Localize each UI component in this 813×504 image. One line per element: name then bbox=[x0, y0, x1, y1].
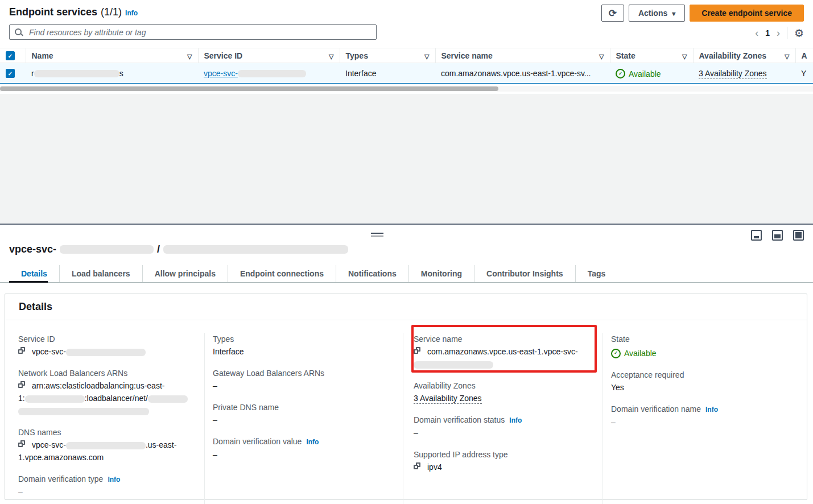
field-domain-verification-status: Domain verification status Info – bbox=[414, 414, 602, 439]
sort-filter-icon[interactable] bbox=[187, 51, 192, 60]
page-title: Endpoint services bbox=[9, 6, 97, 18]
select-all-checkbox[interactable] bbox=[6, 51, 15, 60]
field-label: State bbox=[611, 333, 790, 345]
cell-state: Available bbox=[610, 63, 693, 84]
field-value: ipv4 bbox=[414, 461, 593, 473]
field-value: Interface bbox=[213, 345, 394, 358]
copy-icon[interactable] bbox=[18, 381, 27, 390]
pagination: ‹ 1 › bbox=[755, 26, 804, 40]
sort-filter-icon[interactable] bbox=[424, 51, 429, 60]
field-domain-verification-type: Domain verification type Info – bbox=[18, 473, 204, 498]
redacted-text bbox=[60, 245, 154, 254]
info-link[interactable]: Info bbox=[509, 414, 522, 427]
tab-monitoring[interactable]: Monitoring bbox=[408, 265, 474, 282]
field-service-id: Service ID vpce-svc- bbox=[18, 333, 204, 358]
search-box[interactable] bbox=[9, 24, 377, 40]
scrollbar-thumb[interactable] bbox=[0, 86, 498, 91]
supported-ip-value: ipv4 bbox=[427, 462, 442, 472]
redacted-text bbox=[34, 70, 119, 77]
current-page-number[interactable]: 1 bbox=[765, 28, 770, 38]
search-input[interactable] bbox=[28, 27, 372, 38]
details-heading: Details bbox=[19, 301, 52, 313]
field-domain-verification-value: Domain verification value Info – bbox=[213, 435, 403, 461]
row-checkbox[interactable] bbox=[6, 69, 15, 78]
tab-details[interactable]: Details bbox=[9, 265, 59, 282]
dns-name-prefix: vpce-svc- bbox=[32, 440, 66, 449]
service-id-link[interactable]: vpce-svc- bbox=[204, 69, 306, 78]
field-types: Types Interface bbox=[213, 333, 403, 358]
field-label: Supported IP address type bbox=[414, 448, 593, 461]
actions-button[interactable]: Actions bbox=[629, 5, 685, 22]
availability-zones-popover-link[interactable]: 3 Availability Zones bbox=[699, 69, 767, 79]
refresh-icon bbox=[609, 7, 617, 19]
copy-icon[interactable] bbox=[414, 462, 422, 471]
endpoint-services-page: Endpoint services (1/1) Info Actions Cre… bbox=[0, 0, 813, 504]
field-label: Domain verification name Info bbox=[611, 403, 790, 416]
field-service-name: Service name com.amazonaws.vpce.us-east-… bbox=[414, 333, 602, 370]
field-label-text: Domain verification status bbox=[414, 414, 505, 426]
column-header-availability-zones: Availability Zones bbox=[699, 51, 767, 60]
info-link[interactable]: Info bbox=[125, 9, 138, 17]
field-availability-zones: Availability Zones 3 Availability Zones bbox=[414, 379, 602, 404]
sort-filter-icon[interactable] bbox=[599, 51, 604, 60]
gear-icon[interactable] bbox=[794, 28, 804, 39]
field-value: vpce-svc- bbox=[18, 345, 195, 358]
redacted-text bbox=[66, 442, 146, 449]
tab-tags[interactable]: Tags bbox=[575, 265, 618, 282]
sort-filter-icon[interactable] bbox=[682, 51, 687, 60]
next-page-button[interactable]: › bbox=[777, 28, 780, 38]
redacted-text bbox=[163, 245, 348, 254]
field-label: Domain verification value Info bbox=[213, 435, 394, 448]
state-text: Available bbox=[629, 69, 661, 79]
copy-icon[interactable] bbox=[414, 347, 422, 356]
details-column-4: State Available Acceptance required Yes … bbox=[602, 333, 799, 504]
column-header-acceptance-cut: A bbox=[802, 51, 807, 60]
chevron-down-icon bbox=[672, 9, 675, 18]
availability-zones-popover-link[interactable]: 3 Availability Zones bbox=[414, 394, 482, 404]
field-label: Service name bbox=[414, 333, 593, 345]
create-button-label: Create endpoint service bbox=[701, 9, 792, 18]
details-column-1: Service ID vpce-svc- Network Load Balanc… bbox=[5, 333, 205, 504]
sort-filter-icon[interactable] bbox=[785, 51, 789, 60]
actions-button-label: Actions bbox=[638, 9, 667, 18]
cell-acceptance-cut: Y bbox=[795, 63, 813, 84]
info-link[interactable]: Info bbox=[705, 403, 718, 416]
tab-notifications[interactable]: Notifications bbox=[336, 265, 408, 282]
field-value: 3 Availability Zones bbox=[414, 392, 593, 404]
available-check-icon bbox=[616, 69, 625, 79]
redacted-text bbox=[25, 395, 85, 403]
field-label: Domain verification status Info bbox=[414, 414, 593, 427]
field-label: Types bbox=[213, 333, 394, 345]
service-id-prefix: vpce-svc- bbox=[204, 69, 238, 78]
create-endpoint-service-button[interactable]: Create endpoint service bbox=[690, 5, 804, 22]
field-label-text: Domain verification value bbox=[213, 435, 302, 448]
table-row[interactable]: rs vpce-svc- Interface com.amazonaws.vpc… bbox=[0, 63, 813, 84]
refresh-button[interactable] bbox=[601, 5, 624, 22]
column-header-service-id: Service ID bbox=[204, 51, 243, 60]
cell-name: rs bbox=[26, 63, 198, 84]
copy-icon[interactable] bbox=[18, 347, 27, 356]
service-name-line1: com.amazonaws.vpce.us-east-1.vpce-svc- bbox=[427, 347, 578, 356]
redacted-text bbox=[18, 408, 149, 415]
tab-allow-principals[interactable]: Allow principals bbox=[142, 265, 228, 282]
panel-size-small-icon[interactable] bbox=[751, 230, 762, 241]
endpoint-services-table: Name Service ID Types Service name State… bbox=[0, 48, 813, 84]
tab-endpoint-connections[interactable]: Endpoint connections bbox=[228, 265, 336, 282]
tab-load-balancers[interactable]: Load balancers bbox=[59, 265, 142, 282]
cell-service-name: com.amazonaws.vpce.us-east-1.vpce-sv... bbox=[435, 63, 610, 84]
tab-contributor-insights[interactable]: Contributor Insights bbox=[474, 265, 575, 282]
panel-size-large-icon[interactable] bbox=[793, 230, 804, 241]
field-value: arn:aws:elasticloadbalancing:us-east- 1:… bbox=[18, 379, 195, 417]
dns-name-line2: 1.vpce.amazonaws.com bbox=[18, 451, 195, 464]
info-link[interactable]: Info bbox=[306, 436, 319, 448]
prev-page-button[interactable]: ‹ bbox=[755, 28, 758, 38]
field-value: – bbox=[18, 486, 195, 498]
copy-icon[interactable] bbox=[18, 440, 27, 449]
name-prefix: r bbox=[31, 69, 34, 78]
horizontal-scrollbar bbox=[0, 86, 813, 92]
sort-filter-icon[interactable] bbox=[329, 51, 333, 60]
detail-tabs: Details Load balancers Allow principals … bbox=[0, 265, 813, 283]
info-link[interactable]: Info bbox=[108, 473, 120, 486]
split-panel-drag-handle[interactable] bbox=[371, 233, 383, 237]
panel-size-medium-icon[interactable] bbox=[772, 230, 783, 241]
